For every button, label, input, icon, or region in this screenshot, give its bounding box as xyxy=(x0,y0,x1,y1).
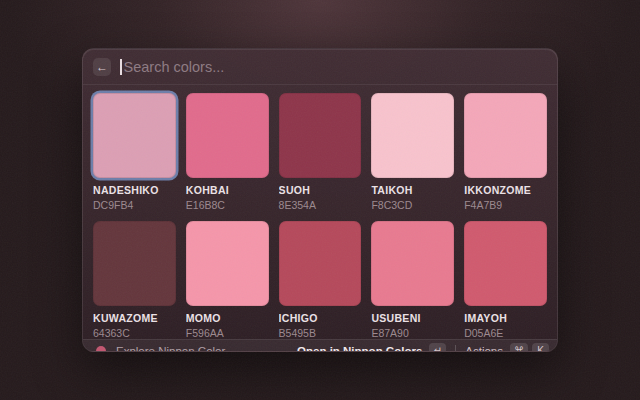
color-name: IKKONZOME xyxy=(464,184,547,196)
search-bar: ← xyxy=(83,49,557,84)
color-hex: 64363C xyxy=(93,327,176,339)
extension-label: Explore Nippon Color xyxy=(116,345,225,353)
color-hex: 8E354A xyxy=(279,199,362,211)
command-key-badge[interactable]: ⌘ xyxy=(510,343,528,352)
color-name: SUOH xyxy=(279,184,362,196)
color-hex: F4A7B9 xyxy=(464,199,547,211)
actions-button[interactable]: Actions xyxy=(465,345,503,353)
grid-item[interactable]: IKKONZOMEF4A7B9 xyxy=(464,93,547,211)
color-swatch[interactable] xyxy=(186,93,269,178)
color-name: ICHIGO xyxy=(279,312,362,324)
color-name: TAIKOH xyxy=(371,184,454,196)
text-caret xyxy=(120,59,122,75)
grid-item[interactable]: KUWAZOME64363C xyxy=(93,221,176,339)
color-name: NADESHIKO xyxy=(93,184,176,196)
grid-item[interactable]: USUBENIE87A90 xyxy=(371,221,454,339)
color-swatch[interactable] xyxy=(279,93,362,178)
k-key-badge[interactable]: K xyxy=(532,343,549,352)
color-name: KUWAZOME xyxy=(93,312,176,324)
search-input[interactable] xyxy=(124,59,548,75)
grid-item[interactable]: NADESHIKODC9FB4 xyxy=(93,93,176,211)
grid-item[interactable]: ICHIGOB5495B xyxy=(279,221,362,339)
grid-item[interactable]: MOMOF596AA xyxy=(186,221,269,339)
enter-key-badge[interactable]: ↵ xyxy=(429,343,446,352)
color-swatch[interactable] xyxy=(371,93,454,178)
color-swatch[interactable] xyxy=(279,221,362,306)
footer-bar: Explore Nippon Color Open in Nippon Colo… xyxy=(83,339,557,352)
color-name: IMAYOH xyxy=(464,312,547,324)
back-button[interactable]: ← xyxy=(93,58,111,76)
back-arrow-icon: ← xyxy=(96,60,108,74)
color-name: KOHBAI xyxy=(186,184,269,196)
color-swatch[interactable] xyxy=(371,221,454,306)
color-hex: F596AA xyxy=(186,327,269,339)
primary-action-button[interactable]: Open in Nippon Colors xyxy=(297,345,422,353)
grid-item[interactable]: IMAYOHD05A6E xyxy=(464,221,547,339)
color-swatch[interactable] xyxy=(93,221,176,306)
color-swatch[interactable] xyxy=(93,93,176,178)
color-hex: E16B8C xyxy=(186,199,269,211)
color-swatch[interactable] xyxy=(186,221,269,306)
color-grid: NADESHIKODC9FB4KOHBAIE16B8CSUOH8E354ATAI… xyxy=(83,85,557,339)
color-hex: E87A90 xyxy=(371,327,454,339)
color-hex: F8C3CD xyxy=(371,199,454,211)
grid-item[interactable]: TAIKOHF8C3CD xyxy=(371,93,454,211)
color-hex: D05A6E xyxy=(464,327,547,339)
color-name: USUBENI xyxy=(371,312,454,324)
color-swatch[interactable] xyxy=(464,93,547,178)
footer-divider xyxy=(455,345,456,352)
color-swatch[interactable] xyxy=(464,221,547,306)
color-hex: B5495B xyxy=(279,327,362,339)
grid-item[interactable]: SUOH8E354A xyxy=(279,93,362,211)
color-hex: DC9FB4 xyxy=(93,199,176,211)
command-palette-window: ← NADESHIKODC9FB4KOHBAIE16B8CSUOH8E354AT… xyxy=(82,48,558,352)
extension-dot-icon xyxy=(96,346,106,353)
color-name: MOMO xyxy=(186,312,269,324)
grid-item[interactable]: KOHBAIE16B8C xyxy=(186,93,269,211)
